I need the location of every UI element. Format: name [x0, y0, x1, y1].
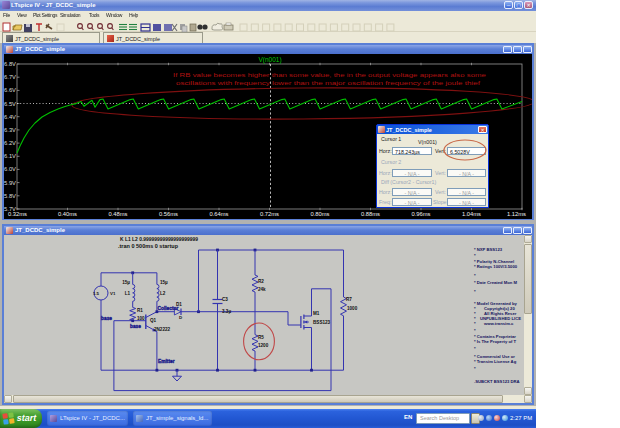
svg-text:D1: D1	[176, 302, 182, 307]
svg-text:D: D	[179, 315, 182, 320]
svg-text:R7: R7	[346, 297, 352, 302]
svg-text:* Date Created Mon M: * Date Created Mon M	[474, 280, 518, 285]
svg-text:0.72ms: 0.72ms	[260, 211, 279, 217]
svg-text:5.9V: 5.9V	[4, 180, 16, 186]
svg-text:1.5: 1.5	[93, 291, 100, 296]
svg-text:0.64ms: 0.64ms	[209, 211, 228, 217]
svg-text:0.80ms: 0.80ms	[310, 211, 329, 217]
svg-text:1.12ms: 1.12ms	[507, 211, 526, 217]
svg-text:0.32ms: 0.32ms	[8, 211, 27, 217]
svg-text:R1: R1	[137, 308, 143, 313]
svg-text:* Is The Property of T: * Is The Property of T	[474, 339, 517, 344]
svg-text:V(n001): V(n001)	[258, 56, 281, 64]
svg-text:6.0V: 6.0V	[4, 166, 16, 172]
svg-text:oscillations with frequency lo: oscillations with frequency lower than t…	[176, 80, 480, 86]
svg-text:0.96ms: 0.96ms	[411, 211, 430, 217]
svg-text:6.3V: 6.3V	[4, 127, 16, 133]
svg-text:1200: 1200	[258, 343, 269, 348]
svg-text:15µ: 15µ	[122, 280, 130, 285]
svg-text:R5: R5	[258, 335, 264, 340]
svg-text:1.04ms: 1.04ms	[462, 211, 481, 217]
svg-text:24k: 24k	[258, 287, 266, 292]
svg-text:Q1: Q1	[150, 318, 157, 323]
svg-text:L1: L1	[125, 291, 131, 296]
svg-text:www.transim.c: www.transim.c	[483, 321, 514, 326]
svg-text:BSS123: BSS123	[313, 320, 331, 325]
svg-text:0.48ms: 0.48ms	[108, 211, 127, 217]
svg-text:.tran 0 500ms 0 startup: .tran 0 500ms 0 startup	[118, 243, 178, 249]
svg-text:* Transim License Ag: * Transim License Ag	[474, 359, 517, 364]
svg-text:Emitter: Emitter	[158, 359, 175, 364]
svg-text:0.56ms: 0.56ms	[159, 211, 178, 217]
svg-text:0.40ms: 0.40ms	[58, 211, 77, 217]
svg-text:0.88ms: 0.88ms	[361, 211, 380, 217]
svg-text:6.2V: 6.2V	[4, 140, 16, 146]
svg-text:.SUBCKT BSS123 DRA: .SUBCKT BSS123 DRA	[474, 379, 520, 384]
svg-text:6.6V: 6.6V	[4, 87, 16, 93]
svg-text:M1: M1	[313, 311, 320, 316]
svg-text:3.3µ: 3.3µ	[222, 309, 231, 314]
svg-text:* Ratings 100V/3.5000: * Ratings 100V/3.5000	[474, 264, 518, 269]
svg-text:R2: R2	[258, 279, 264, 284]
svg-text:base: base	[130, 324, 141, 329]
svg-text:6.8V: 6.8V	[4, 61, 16, 67]
svg-text:6.5V: 6.5V	[4, 101, 16, 107]
svg-text:base: base	[101, 316, 112, 321]
svg-text:C3: C3	[222, 297, 228, 302]
svg-text:6.4V: 6.4V	[4, 114, 16, 120]
svg-text:If RB value becomes higher tha: If RB value becomes higher than some val…	[173, 72, 487, 78]
svg-text:15µ: 15µ	[160, 280, 168, 285]
svg-text:5.8V: 5.8V	[4, 193, 16, 199]
svg-text:1000: 1000	[347, 306, 358, 311]
svg-text:100: 100	[137, 316, 145, 321]
svg-text:* NXP BSS123: * NXP BSS123	[474, 247, 503, 252]
svg-text:2N2222: 2N2222	[154, 327, 171, 332]
svg-text:6.7V: 6.7V	[4, 74, 16, 80]
svg-text:L2: L2	[160, 291, 166, 296]
svg-text:K L1 L2 0.9999999999999999999: K L1 L2 0.99999999999999999999	[120, 236, 198, 242]
svg-text:V1: V1	[110, 291, 116, 296]
svg-text:6.1V: 6.1V	[4, 153, 16, 159]
